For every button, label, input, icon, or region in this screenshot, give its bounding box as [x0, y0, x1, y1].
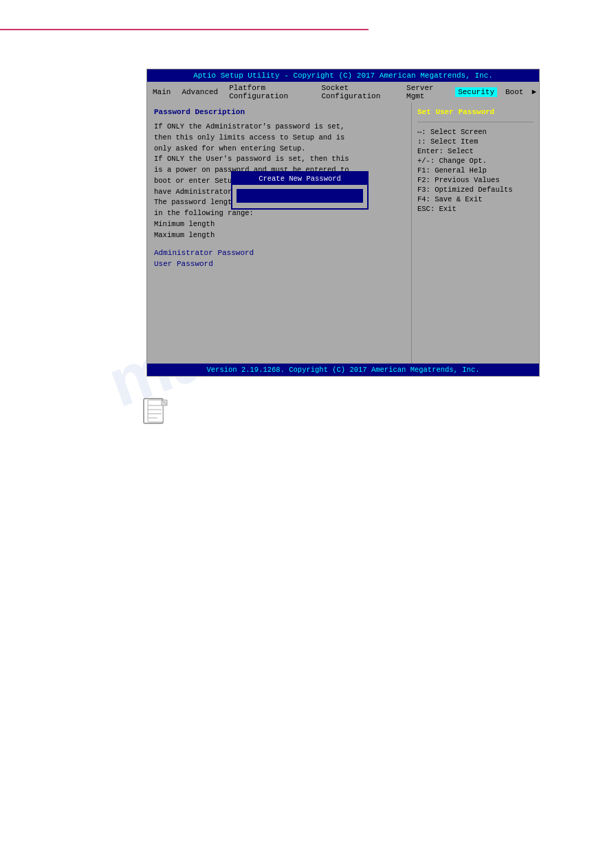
document-icon: [142, 397, 170, 430]
nav-item-socket-config[interactable]: Socket Configuration: [319, 83, 399, 101]
help-esc: ESC: Exit: [417, 205, 534, 213]
user-password-label[interactable]: User Password: [154, 260, 404, 268]
new-password-input[interactable]: [237, 189, 363, 203]
help-f2: F2: Previous Values: [417, 176, 534, 184]
password-description-heading: Password Description: [154, 108, 404, 116]
bios-footer: Version 2.19.1268. Copyright (C) 2017 Am…: [147, 364, 539, 376]
right-panel: Set User Password ↔: Select Screen ↕: Se…: [412, 102, 539, 364]
nav-arrow-icon: ►: [531, 88, 536, 96]
nav-item-boot[interactable]: Boot: [503, 87, 526, 97]
help-change-opt: +/-: Change Opt.: [417, 157, 534, 165]
help-select-item: ↕: Select Item: [417, 137, 534, 146]
help-f1: F1: General Help: [417, 166, 534, 175]
left-panel: Password Description If ONLY the Adminis…: [147, 102, 412, 364]
bios-navbar: Main Advanced Platform Configuration Soc…: [147, 82, 539, 102]
right-panel-divider: [417, 122, 534, 122]
admin-password-label[interactable]: Administrator Password: [154, 249, 404, 257]
modal-title: Create New Password: [232, 173, 367, 185]
bios-body: Password Description If ONLY the Adminis…: [147, 102, 539, 364]
svg-rect-1: [148, 400, 163, 422]
bios-title-bar: Aptio Setup Utility - Copyright (C) 2017…: [147, 69, 539, 82]
bios-screen: Aptio Setup Utility - Copyright (C) 2017…: [146, 69, 540, 377]
nav-item-platform-config[interactable]: Platform Configuration: [226, 83, 313, 101]
nav-item-main[interactable]: Main: [150, 87, 173, 97]
help-f3: F3: Optimized Defaults: [417, 186, 534, 194]
top-decorative-line: [0, 29, 614, 30]
modal-box: Create New Password: [231, 171, 369, 210]
create-password-modal: Create New Password: [188, 171, 411, 210]
nav-item-server-mgmt[interactable]: Server Mgmt: [404, 83, 450, 101]
right-panel-title: Set User Password: [417, 108, 534, 116]
help-select-screen: ↔: Select Screen: [417, 128, 534, 136]
help-enter-select: Enter: Select: [417, 147, 534, 155]
modal-input-area: [232, 185, 367, 208]
nav-item-security[interactable]: Security: [455, 87, 497, 97]
help-f4: F4: Save & Exit: [417, 195, 534, 203]
nav-item-advanced[interactable]: Advanced: [179, 87, 221, 97]
